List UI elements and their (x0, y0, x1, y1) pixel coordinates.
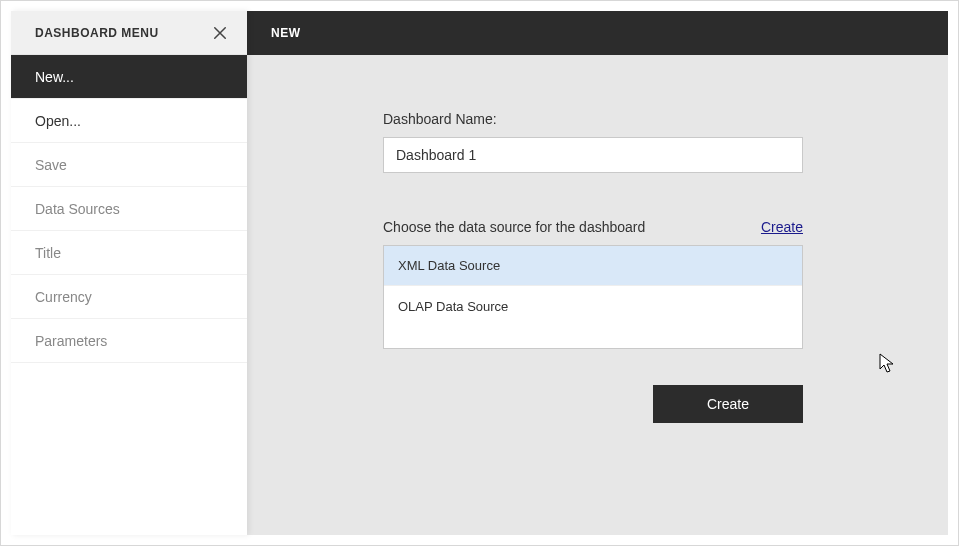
sidebar-menu: New... Open... Save Data Sources Title C… (11, 55, 247, 363)
sidebar-item-parameters[interactable]: Parameters (11, 319, 247, 363)
data-source-item-xml[interactable]: XML Data Source (384, 246, 802, 286)
sidebar-item-label: Open... (35, 113, 81, 129)
sidebar-item-label: Save (35, 157, 67, 173)
form-actions: Create (383, 385, 803, 423)
create-data-source-link[interactable]: Create (761, 219, 803, 235)
sidebar-header: DASHBOARD MENU (11, 11, 247, 55)
sidebar-item-label: Data Sources (35, 201, 120, 217)
sidebar-item-title[interactable]: Title (11, 231, 247, 275)
main-content: Dashboard Name: Choose the data source f… (247, 55, 948, 535)
sidebar-title: DASHBOARD MENU (35, 26, 159, 40)
close-icon[interactable] (209, 22, 231, 44)
sidebar-item-currency[interactable]: Currency (11, 275, 247, 319)
app-inner: DASHBOARD MENU New... Open... Save Data … (11, 11, 948, 535)
main-panel: NEW Dashboard Name: Choose the data sour… (247, 11, 948, 535)
sidebar-item-open[interactable]: Open... (11, 99, 247, 143)
sidebar-item-save[interactable]: Save (11, 143, 247, 187)
data-source-section: Choose the data source for the dashboard… (383, 219, 803, 349)
data-source-list[interactable]: XML Data Source OLAP Data Source (383, 245, 803, 349)
sidebar-item-data-sources[interactable]: Data Sources (11, 187, 247, 231)
sidebar-item-label: Title (35, 245, 61, 261)
data-source-item-label: XML Data Source (398, 258, 500, 273)
mouse-cursor-icon (879, 353, 895, 369)
data-source-label: Choose the data source for the dashboard (383, 219, 645, 235)
app-frame: DASHBOARD MENU New... Open... Save Data … (0, 0, 959, 546)
new-dashboard-form: Dashboard Name: Choose the data source f… (383, 111, 803, 423)
sidebar-item-label: New... (35, 69, 74, 85)
sidebar-item-label: Parameters (35, 333, 107, 349)
data-source-header-row: Choose the data source for the dashboard… (383, 219, 803, 235)
dashboard-name-label: Dashboard Name: (383, 111, 803, 127)
sidebar-item-new[interactable]: New... (11, 55, 247, 99)
main-header-title: NEW (271, 26, 301, 40)
create-button[interactable]: Create (653, 385, 803, 423)
dashboard-name-input[interactable] (383, 137, 803, 173)
main-header: NEW (247, 11, 948, 55)
data-source-item-label: OLAP Data Source (398, 299, 508, 314)
sidebar-item-label: Currency (35, 289, 92, 305)
sidebar: DASHBOARD MENU New... Open... Save Data … (11, 11, 247, 535)
data-source-item-olap[interactable]: OLAP Data Source (384, 286, 802, 326)
